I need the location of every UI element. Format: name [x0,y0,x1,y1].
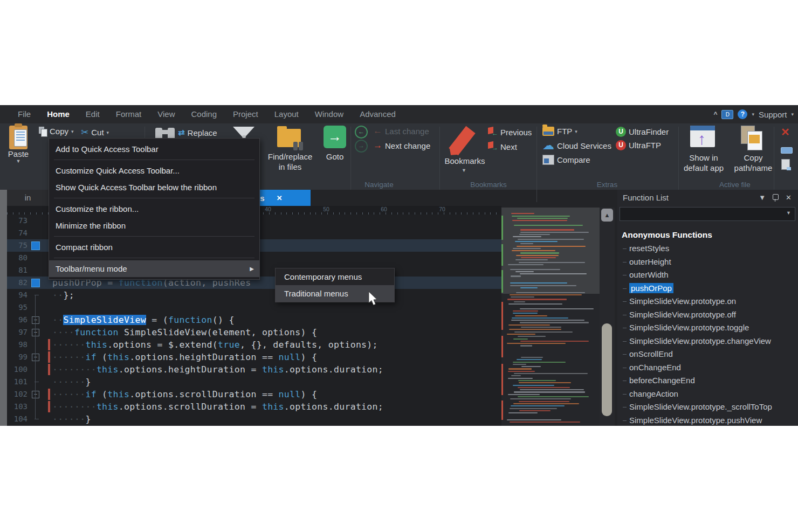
fold-marker[interactable]: − [31,326,40,338]
menu-tab-view[interactable]: View [149,105,183,123]
code-text: ····function SimpleSlideView(element, op… [52,326,317,338]
previous-bookmark-label: Previous [500,128,532,137]
cloud-services-button[interactable]: ☁ Cloud Services [542,140,611,151]
ftp-button[interactable]: FTP ▾ [542,127,577,136]
minimap-code-line [511,375,521,376]
last-change-button[interactable]: ← Last change [373,126,429,136]
fold-marker[interactable] [31,227,40,239]
menu-tab-layout[interactable]: Layout [266,105,307,123]
ruler-number: 70 [439,206,445,212]
context-menu-item[interactable]: Add to Quick Access Toolbar [49,141,259,157]
help-caret-icon[interactable]: ▾ [752,112,754,117]
fold-marker[interactable]: − [31,388,40,400]
next-change-button[interactable]: → Next change [373,140,430,151]
fold-marker[interactable] [31,252,40,264]
function-list-item[interactable]: changeAction [617,388,798,401]
support-caret-icon[interactable]: ▾ [791,112,794,117]
next-bookmark-label: Next [500,142,517,151]
function-list-item[interactable]: SimpleSlideView.prototype.off [617,308,798,322]
function-list-item[interactable]: onScrollEnd [617,348,798,361]
menu-tab-advanced[interactable]: Advanced [352,105,404,123]
forward-position-button[interactable]: → [355,140,368,153]
menu-tab-format[interactable]: Format [108,105,150,123]
compare-button[interactable]: Compare [542,155,590,165]
minimap-code-line [520,341,589,342]
fold-marker[interactable] [31,289,40,301]
fold-marker[interactable] [31,301,40,314]
support-menu[interactable]: Support [759,110,787,119]
function-filter-combobox[interactable]: ▼ [620,207,795,221]
function-list-item[interactable]: beforeChangeEnd [617,374,798,388]
back-position-button[interactable]: ← [355,126,368,139]
function-list-item[interactable]: outerWidth [617,268,798,282]
fold-marker[interactable] [31,338,40,351]
rename-file-button[interactable] [781,147,793,154]
submenu-item[interactable]: Contemporary menus [276,268,394,285]
fold-marker[interactable] [31,277,40,289]
fold-marker[interactable] [31,400,40,413]
compare-icon [542,155,554,165]
menu-tab-coding[interactable]: Coding [183,105,225,123]
function-list-item[interactable]: resetStyles [617,242,798,255]
minimap-code-line [510,285,576,286]
menu-tab-window[interactable]: Window [307,105,352,123]
ultrafinder-button[interactable]: U UltraFinder [616,127,669,137]
bookmarks-icon [449,126,475,156]
bookmarks-caret-icon: ▼ [462,168,466,173]
minimap-code-line [520,345,532,346]
menu-tab-project[interactable]: Project [225,105,266,123]
function-list-item[interactable]: outerHeight [617,255,798,269]
fold-marker[interactable] [31,239,40,252]
tab-partial[interactable]: in [7,190,49,206]
file-properties-button[interactable] [781,159,790,170]
function-list-item[interactable]: SimpleSlideView.prototype.changeView [617,335,798,348]
function-list-item[interactable]: onChangeEnd [617,361,798,375]
minimap-change-mark [501,364,503,395]
vertical-scrollbar[interactable]: ▲ [600,208,615,426]
cut-button[interactable]: ✂ Cut ▾ [81,127,109,138]
fold-marker[interactable]: − [31,314,40,326]
menu-tab-file[interactable]: File [10,105,39,123]
fold-marker[interactable] [31,215,40,227]
next-bookmark-button[interactable]: → Next [488,142,517,151]
scrollbar-top-button[interactable]: ▲ [601,209,613,222]
context-menu-item[interactable]: Toolbar/menu mode▶ [49,260,259,277]
pin-icon[interactable] [773,194,779,200]
context-menu-item[interactable]: Compact ribbon [49,239,259,255]
context-menu-item[interactable]: Customize the ribbon... [49,201,259,217]
context-menu-item[interactable]: Customize Quick Access Toolbar... [49,162,259,179]
function-list-item[interactable]: SimpleSlideView.prototype._scrollToTop [617,400,798,414]
fold-marker[interactable]: − [31,351,40,363]
paste-button[interactable]: Paste ▼ [4,125,32,178]
minimap-code-line [509,329,561,330]
function-list-item[interactable]: pushOrPop [617,282,798,295]
left-panel-edge[interactable] [0,190,7,426]
collapse-ribbon-icon[interactable]: ^ [713,110,717,118]
code-text: ······} [52,376,91,388]
function-list-item[interactable]: SimpleSlideView.prototype.pushView [617,414,798,426]
menu-tab-home[interactable]: Home [39,105,78,123]
fold-marker[interactable] [31,264,40,277]
function-list-item[interactable]: SimpleSlideView.prototype.toggle [617,321,798,335]
close-file-button[interactable]: ✕ [781,126,790,139]
fold-marker[interactable] [31,363,40,376]
replace-button[interactable]: ⇄ Replace [178,128,217,137]
context-menu-item[interactable]: Show Quick Access Toolbar below the ribb… [49,179,259,196]
cut-caret-icon: ▾ [107,130,109,135]
tab-close-icon[interactable]: ✕ [277,194,283,202]
fold-marker[interactable] [31,376,40,388]
panel-close-icon[interactable]: ✕ [786,194,792,202]
fold-marker[interactable] [31,413,40,425]
context-menu-item[interactable]: Minimize the ribbon [49,217,259,234]
minimap-code-line [513,310,538,312]
ultraftp-button[interactable]: U UltraFTP [616,140,661,150]
function-list-item[interactable]: SimpleSlideView.prototype.on [617,295,798,308]
scrollbar-thumb[interactable] [602,323,612,416]
menu-tab-edit[interactable]: Edit [78,105,108,123]
copy-button[interactable]: Copy ▾ [39,127,74,136]
quick-access-icon[interactable]: D [721,110,733,119]
minimap[interactable] [501,208,600,426]
help-icon[interactable]: ? [738,109,747,119]
previous-bookmark-button[interactable]: ← Previous [488,127,532,137]
panel-menu-caret-icon[interactable]: ▼ [759,194,766,202]
